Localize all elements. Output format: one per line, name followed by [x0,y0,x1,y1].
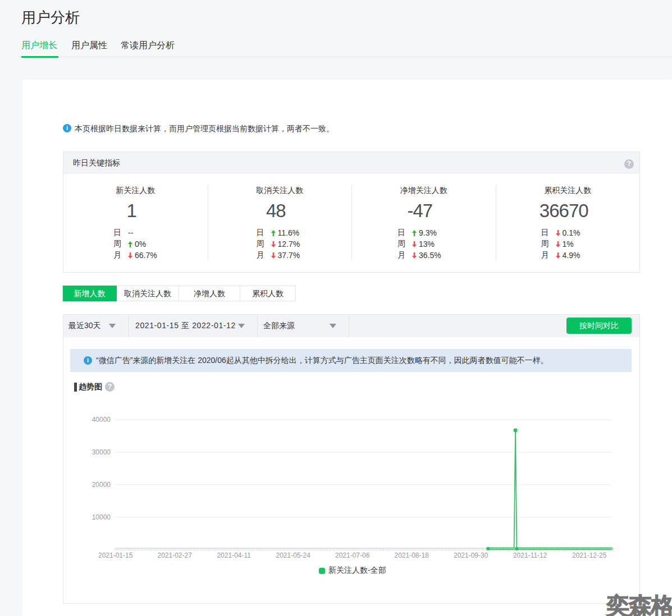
svg-text:20000: 20000 [92,481,111,489]
svg-text:2021-07-06: 2021-07-06 [335,551,370,559]
svg-text:2021-02-27: 2021-02-27 [158,551,193,559]
svg-text:2021-01-15: 2021-01-15 [98,551,133,559]
svg-text:2021-09-30: 2021-09-30 [454,551,488,559]
svg-text:2021-05-24: 2021-05-24 [276,551,311,559]
svg-text:2021-08-18: 2021-08-18 [395,551,429,559]
svg-text:10000: 10000 [92,513,111,521]
svg-text:2021-11-12: 2021-11-12 [513,551,547,559]
svg-text:30000: 30000 [92,448,111,456]
svg-text:2021-12-25: 2021-12-25 [572,551,607,559]
svg-text:2021-04-11: 2021-04-11 [217,551,251,559]
svg-text:40000: 40000 [92,416,111,424]
